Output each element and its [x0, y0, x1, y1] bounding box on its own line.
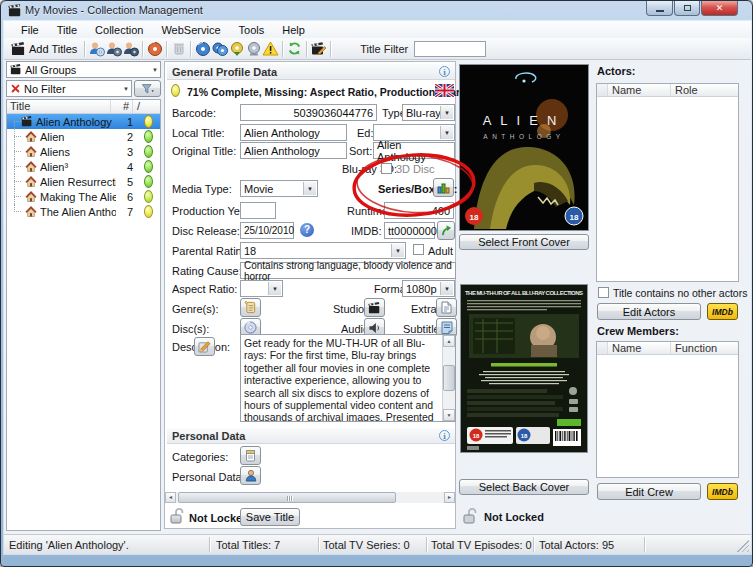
help-icon[interactable]: ? — [300, 223, 314, 237]
title-list-row[interactable]: Making The Alien A...6 — [7, 189, 160, 204]
menu-item-title[interactable]: Title — [48, 23, 86, 37]
title-list-row[interactable]: Aliens3 — [7, 144, 160, 159]
imdb-crew-button[interactable]: IMDb — [707, 483, 738, 500]
type-select[interactable]: Blu-ray▼ — [402, 104, 455, 121]
window-title: My Movies - Collection Management — [25, 4, 203, 16]
add-titles-button[interactable]: Add Titles — [7, 40, 81, 58]
scroll-up-icon[interactable]: ▲ — [443, 335, 455, 347]
close-button[interactable]: ✕ — [701, 1, 738, 16]
person-disc-dark-icon[interactable] — [105, 40, 122, 57]
production-year-input[interactable] — [240, 202, 276, 219]
select-front-cover-button[interactable]: Select Front Cover — [459, 234, 589, 250]
trash-icon[interactable] — [170, 40, 187, 57]
title-list-header[interactable]: Title # / — [7, 100, 160, 114]
edit-crew-button[interactable]: Edit Crew — [597, 483, 701, 500]
title-bar[interactable]: My Movies - Collection Management ✕ — [1, 1, 752, 21]
person-disc-blue-icon[interactable] — [88, 40, 105, 57]
categories-button[interactable] — [240, 446, 261, 465]
back-cover-image[interactable]: THE MU-TH-UR OF ALL BLU-RAY COLLECTIONS … — [460, 284, 588, 453]
title-list: Title # / Alien Anthology1Alien2Aliens3A… — [6, 99, 161, 531]
original-title-label: Original Title: — [172, 145, 236, 157]
menu-item-help[interactable]: Help — [273, 23, 314, 37]
resize-grip[interactable] — [737, 540, 749, 552]
crew-name-column[interactable]: Name — [608, 342, 671, 354]
uk-flag-icon[interactable] — [435, 84, 454, 99]
extras-button[interactable] — [436, 298, 457, 317]
number-cell: 5 — [116, 176, 136, 188]
profile-panel: General Profile Data i 71% Complete, Mis… — [164, 61, 456, 529]
actors-table[interactable]: NameRole — [596, 83, 739, 282]
app-window: My Movies - Collection Management ✕ File… — [0, 0, 753, 567]
column-number[interactable]: # — [111, 100, 133, 113]
status-item: Total TV Episodes: 0 — [431, 539, 532, 551]
movie-clapper-icon — [10, 64, 22, 75]
no-other-actors-checkbox[interactable] — [598, 287, 609, 298]
disc-red-icon[interactable] — [146, 40, 163, 57]
title-list-row[interactable]: Alien Resurrection5 — [7, 174, 160, 189]
scroll-down-icon[interactable]: ▼ — [443, 409, 455, 421]
disc-down-icon[interactable] — [228, 40, 245, 57]
crew-table[interactable]: NameFunction — [596, 341, 739, 478]
column-title[interactable]: Title — [7, 100, 111, 113]
imdb-input[interactable]: tt0000000 — [384, 222, 435, 239]
scroll-thumb[interactable] — [443, 365, 455, 391]
scroll-right-icon[interactable]: ► — [444, 492, 455, 503]
parental-rating-select[interactable]: 18▼ — [240, 242, 406, 259]
aspect-ratio-select[interactable]: ▼ — [240, 280, 283, 297]
edit-description-button[interactable] — [194, 337, 215, 356]
bluray3d-checkbox[interactable] — [381, 163, 392, 174]
adult-checkbox[interactable] — [413, 244, 424, 255]
title-list-row[interactable]: Alien³4 — [7, 159, 160, 174]
actors-name-column[interactable]: Name — [608, 84, 671, 96]
save-title-button[interactable]: Save Title — [240, 508, 300, 526]
title-list-row[interactable]: The Alien Antholog...7 — [7, 204, 160, 219]
description-textarea[interactable]: Get ready for the MU-TH-UR of all Blu-ra… — [240, 334, 456, 422]
scroll-left-icon[interactable]: ◄ — [165, 492, 176, 503]
menu-item-webservice[interactable]: WebService — [152, 23, 229, 37]
person-icon — [245, 469, 257, 482]
menu-item-collection[interactable]: Collection — [86, 23, 152, 37]
warning-icon[interactable] — [262, 40, 279, 57]
studios-button[interactable] — [364, 298, 385, 317]
filter-button[interactable] — [134, 80, 161, 97]
genres-button[interactable] — [240, 298, 261, 317]
person-disc-dark2-icon[interactable] — [122, 40, 139, 57]
disc-blue-icon[interactable] — [194, 40, 211, 57]
series-boxset-button[interactable] — [433, 178, 454, 197]
column-status[interactable]: / — [133, 100, 160, 113]
crew-function-column[interactable]: Function — [671, 342, 738, 354]
menu-item-tools[interactable]: Tools — [230, 23, 274, 37]
sort-input[interactable]: Alien Anthology — [373, 142, 455, 159]
rating-cause-input[interactable]: Contains strong language, bloody violenc… — [240, 262, 456, 279]
runtime-input[interactable]: 460 — [384, 202, 454, 219]
barcode-input[interactable]: 5039036044776 — [240, 104, 377, 121]
filter-dropdown[interactable]: No Filter ▼ — [6, 80, 132, 97]
info-icon[interactable]: i — [439, 66, 450, 77]
format-select[interactable]: 1080p▼ — [402, 280, 455, 297]
groups-dropdown[interactable]: All Groups ▼ — [6, 61, 161, 78]
media-type-select[interactable]: Movie▼ — [240, 180, 318, 197]
clapper-edit-icon[interactable] — [310, 40, 327, 57]
title-list-row[interactable]: Alien2 — [7, 129, 160, 144]
edit-actors-button[interactable]: Edit Actors — [597, 303, 701, 320]
info-icon[interactable]: i — [439, 430, 450, 441]
maximize-button[interactable] — [674, 1, 700, 16]
actors-role-column[interactable]: Role — [671, 84, 738, 96]
local-title-input[interactable]: Alien Anthology — [240, 124, 347, 141]
original-title-input[interactable]: Alien Anthology — [240, 142, 347, 159]
title-list-row[interactable]: Alien Anthology1 — [7, 114, 160, 129]
front-cover-image[interactable]: ALIEN ANTHOLOGY 18 18 — [459, 64, 589, 231]
minimize-button[interactable] — [646, 1, 673, 16]
disc-pair-icon[interactable] — [211, 40, 228, 57]
description-scrollbar[interactable]: ▲ ▼ — [442, 335, 455, 421]
personal-data-button[interactable] — [240, 466, 261, 485]
title-filter-input[interactable] — [414, 41, 486, 57]
imdb-actors-button[interactable]: IMDb — [707, 303, 738, 320]
form-horizontal-scrollbar[interactable]: ◄ ► — [165, 492, 455, 503]
disc-gray-icon[interactable] — [245, 40, 262, 57]
disc-release-input[interactable]: 25/10/2010 — [240, 222, 294, 239]
refresh-icon[interactable] — [286, 40, 303, 57]
imdb-fetch-button[interactable] — [437, 221, 455, 240]
menu-item-file[interactable]: File — [12, 23, 48, 37]
select-back-cover-button[interactable]: Select Back Cover — [459, 479, 589, 495]
